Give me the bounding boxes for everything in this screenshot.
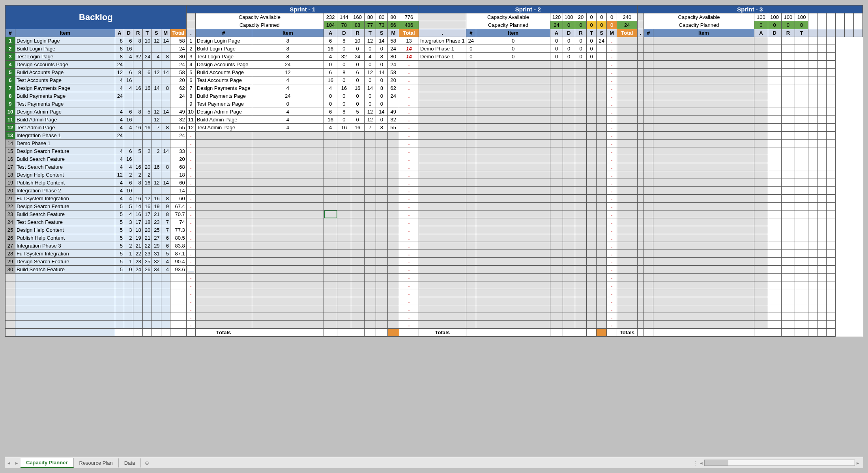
backlog-item[interactable]: Build Search Feature — [15, 210, 115, 218]
cap-plan-label: Capacity Planned — [195, 21, 324, 29]
backlog-row-num[interactable]: 19 — [6, 179, 15, 187]
sprint1-item[interactable]: Test Payments Page — [195, 100, 252, 108]
backlog-item[interactable]: Design Search Feature — [15, 258, 115, 266]
backlog-item[interactable]: Design Search Feature — [15, 203, 115, 210]
backlog-row-num[interactable]: 21 — [6, 195, 15, 203]
backlog-row-num[interactable]: 9 — [6, 100, 15, 108]
backlog-item[interactable]: Build Login Page — [15, 45, 115, 53]
backlog-item[interactable]: Test Payments Page — [15, 100, 115, 108]
split-handle[interactable]: ⋮ — [693, 460, 698, 466]
backlog-item[interactable]: Build Payments Page — [15, 92, 115, 100]
sprint1-item[interactable]: Test Login Page — [195, 53, 252, 61]
tab-data[interactable]: Data — [119, 458, 141, 467]
backlog-item[interactable]: Integration Phase 1 — [15, 132, 115, 140]
backlog-item[interactable]: Build Search Feature — [15, 266, 115, 274]
backlog-item[interactable]: Test Admin Page — [15, 124, 115, 132]
sprint1-item[interactable]: Design Payments Page — [195, 84, 252, 92]
sprint1-item[interactable]: Design Login Page — [195, 37, 252, 45]
backlog-row-num[interactable]: 23 — [6, 210, 15, 218]
sprint1-item[interactable]: Build Admin Page — [195, 116, 252, 124]
backlog-row-num[interactable]: 24 — [6, 218, 15, 226]
backlog-item[interactable]: Design Login Page — [15, 37, 115, 45]
sprint1-item[interactable]: Build Login Page — [195, 45, 252, 53]
backlog-item[interactable]: Design Accounts Page — [15, 61, 115, 69]
backlog-title: Backlog — [6, 6, 187, 29]
backlog-row-num[interactable]: 2 — [6, 45, 15, 53]
backlog-row-num[interactable]: 7 — [6, 84, 15, 92]
sprint2-item[interactable]: Integration Phase 1 — [419, 37, 466, 45]
backlog-item[interactable]: Full System Integration — [15, 195, 115, 203]
backlog-row-num[interactable]: 27 — [6, 242, 15, 250]
backlog-row-num[interactable]: 5 — [6, 69, 15, 76]
backlog-row-num[interactable]: 26 — [6, 234, 15, 242]
sprint1-item[interactable]: Design Admin Page — [195, 108, 252, 116]
backlog-row-num[interactable]: 16 — [6, 155, 15, 163]
add-sheet-button[interactable]: ⊕ — [141, 458, 153, 467]
capacity-planner-grid[interactable]: Backlog Sprint - 1 Sprint - 2 Sprint - 3… — [5, 5, 863, 337]
sprint1-header: Sprint - 1 — [186, 6, 419, 13]
backlog-row-num[interactable]: 6 — [6, 76, 15, 84]
sprint3-header: Sprint - 3 — [637, 6, 862, 13]
tab-nav-next[interactable]: ▸ — [13, 460, 21, 466]
sprint2-header: Sprint - 2 — [419, 6, 637, 13]
backlog-row-num[interactable]: 10 — [6, 108, 15, 116]
backlog-item[interactable]: Build Accounts Page — [15, 69, 115, 76]
backlog-row-num[interactable]: 13 — [6, 132, 15, 140]
backlog-row-num[interactable]: 25 — [6, 226, 15, 234]
backlog-item[interactable]: Design Payments Page — [15, 84, 115, 92]
sprint1-item[interactable]: Test Accounts Page — [195, 76, 252, 84]
backlog-item[interactable]: Demo Phase 1 — [15, 140, 115, 147]
backlog-item[interactable]: Design Search Feature — [15, 147, 115, 155]
smart-tag-icon[interactable] — [188, 266, 194, 272]
tab-nav-prev[interactable]: ◂ — [5, 460, 13, 466]
scroll-right[interactable]: ▸ — [857, 460, 859, 466]
backlog-item[interactable]: Test Search Feature — [15, 218, 115, 226]
horizontal-scrollbar[interactable] — [704, 460, 855, 466]
backlog-item[interactable]: Build Search Feature — [15, 155, 115, 163]
backlog-row-num[interactable]: 12 — [6, 124, 15, 132]
sprint1-item[interactable]: Test Admin Page — [195, 124, 252, 132]
backlog-row-num[interactable]: 15 — [6, 147, 15, 155]
backlog-item[interactable]: Publish Help Content — [15, 179, 115, 187]
backlog-item[interactable]: Test Accounts Page — [15, 76, 115, 84]
backlog-row-num[interactable]: 29 — [6, 258, 15, 266]
backlog-item[interactable]: Integration Phase 2 — [15, 187, 115, 195]
tab-capacity-planner[interactable]: Capacity Planner — [21, 458, 74, 468]
sprint1-item[interactable]: Build Accounts Page — [195, 69, 252, 76]
sprint1-item[interactable]: Design Accounts Page — [195, 61, 252, 69]
backlog-row-num[interactable]: 17 — [6, 163, 15, 171]
sprint2-item[interactable]: Demo Phase 1 — [419, 45, 466, 53]
backlog-row-num[interactable]: 18 — [6, 171, 15, 179]
backlog-row-num[interactable]: 14 — [6, 140, 15, 147]
backlog-item[interactable]: Design Admin Page — [15, 108, 115, 116]
sprint2-item[interactable]: Demo Phase 1 — [419, 53, 466, 61]
backlog-row-num[interactable]: 3 — [6, 53, 15, 61]
backlog-item[interactable]: Full System Integration — [15, 250, 115, 258]
backlog-row-num[interactable]: 20 — [6, 187, 15, 195]
backlog-item[interactable]: Test Login Page — [15, 53, 115, 61]
sheet-tabs[interactable]: ◂ ▸ Capacity Planner Resource Plan Data … — [5, 457, 863, 468]
backlog-item[interactable]: Design Help Content — [15, 226, 115, 234]
backlog-row-num[interactable]: 4 — [6, 61, 15, 69]
cap-avail-label: Capacity Available — [195, 13, 324, 21]
scroll-left[interactable]: ◂ — [700, 460, 703, 466]
backlog-item[interactable]: Build Admin Page — [15, 116, 115, 124]
backlog-item[interactable]: Publish Help Content — [15, 234, 115, 242]
backlog-item[interactable]: Design Help Content — [15, 171, 115, 179]
backlog-row-num[interactable]: 30 — [6, 266, 15, 274]
backlog-row-num[interactable]: 11 — [6, 116, 15, 124]
backlog-row-num[interactable]: 22 — [6, 203, 15, 210]
backlog-row-num[interactable]: 8 — [6, 92, 15, 100]
backlog-row-num[interactable]: 28 — [6, 250, 15, 258]
backlog-item[interactable]: Integration Phase 3 — [15, 242, 115, 250]
backlog-row-num[interactable]: 1 — [6, 37, 15, 45]
tab-resource-plan[interactable]: Resource Plan — [74, 458, 119, 467]
sprint1-item[interactable]: Build Payments Page — [195, 92, 252, 100]
backlog-item[interactable]: Test Search Feature — [15, 163, 115, 171]
